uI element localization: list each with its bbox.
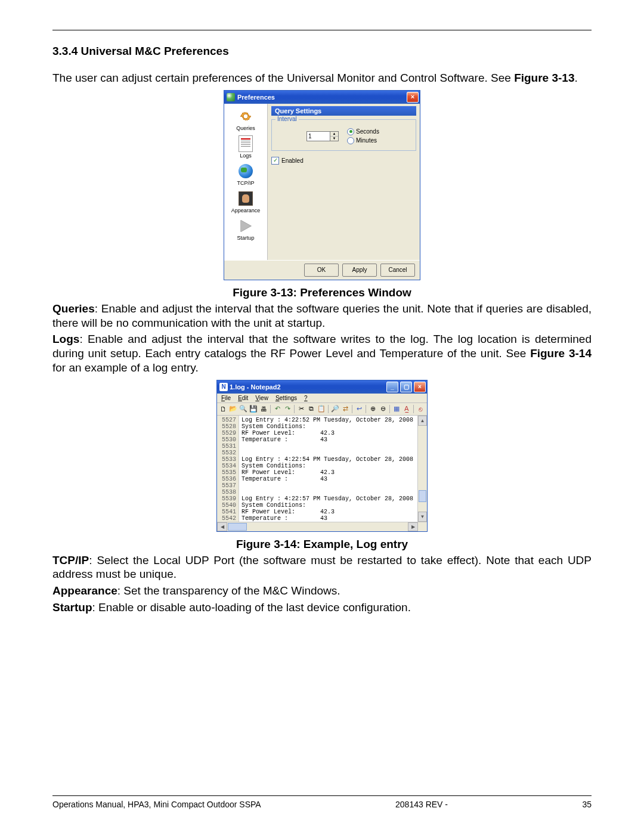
figure-2-caption: Figure 3-14: Example, Log entry: [52, 538, 592, 551]
startup-paragraph: Startup: Enable or disable auto-loading …: [52, 600, 592, 615]
tcpip-text: : Select the Local UDP Port (the softwar…: [52, 554, 592, 581]
minimize-button[interactable]: _: [386, 382, 398, 392]
copy-icon[interactable]: ⧉: [306, 404, 316, 414]
preferences-footer: OK Apply Cancel: [224, 260, 420, 280]
appearance-bold: Appearance: [52, 584, 117, 597]
logs-bold: Logs: [52, 333, 79, 345]
wordwrap-icon[interactable]: ↩: [354, 404, 364, 414]
intro-period: .: [575, 72, 578, 84]
undo-icon[interactable]: ↶: [273, 404, 282, 414]
sidebar-item-label: Logs: [240, 153, 252, 159]
apply-button[interactable]: Apply: [342, 264, 377, 277]
menu-help[interactable]: ?: [301, 394, 311, 402]
logs-paragraph: Logs: Enable and adjust the interval tha…: [52, 332, 592, 374]
browse-icon[interactable]: 🔍: [239, 404, 248, 414]
notepad-window: N 1.log - Notepad2 _ ▢ × File Edit View …: [216, 380, 428, 532]
vertical-scrollbar[interactable]: ▲ ▼: [417, 416, 427, 522]
exit-icon[interactable]: ⎋: [416, 404, 425, 414]
new-icon[interactable]: 🗋: [218, 404, 228, 414]
appearance-icon: [238, 191, 253, 206]
notepad-title: 1.log - Notepad2: [230, 383, 385, 391]
play-icon: [238, 218, 253, 234]
replace-icon[interactable]: ⇄: [340, 404, 350, 414]
sidebar-item-appearance[interactable]: Appearance: [224, 190, 267, 216]
radio-minutes[interactable]: [347, 137, 354, 144]
close-button[interactable]: ×: [407, 92, 419, 103]
sidebar-item-label: TCP/IP: [237, 180, 254, 186]
maximize-button[interactable]: ▢: [400, 382, 412, 392]
paste-icon[interactable]: 📋: [317, 404, 326, 414]
toolbar-separator: [328, 405, 329, 413]
menu-file[interactable]: File: [218, 394, 234, 402]
find-icon[interactable]: 🔎: [330, 404, 340, 414]
open-icon[interactable]: 📂: [228, 404, 238, 414]
scroll-down-icon[interactable]: ▼: [418, 512, 427, 522]
footer-right: 35: [582, 800, 592, 809]
sidebar-item-queries[interactable]: Queries: [224, 107, 267, 134]
sidebar-item-tcpip[interactable]: TCP/IP: [224, 162, 267, 188]
notepad-titlebar[interactable]: N 1.log - Notepad2 _ ▢ ×: [217, 380, 427, 394]
vertical-scroll-thumb[interactable]: [419, 490, 426, 502]
toolbar-separator: [366, 405, 366, 413]
interval-input[interactable]: [306, 131, 330, 141]
radio-seconds-row[interactable]: Seconds: [347, 128, 379, 135]
enabled-row[interactable]: ✓ Enabled: [271, 157, 416, 165]
notepad-text-area[interactable]: Log Entry : 4:22:52 PM Tuesday, October …: [239, 416, 417, 522]
scroll-corner: [418, 522, 427, 531]
print-icon[interactable]: 🖶: [259, 404, 268, 414]
page-footer: Operations Manual, HPA3, Mini Compact Ou…: [52, 795, 592, 809]
enabled-checkbox[interactable]: ✓: [271, 157, 279, 165]
menu-settings[interactable]: Settings: [273, 394, 300, 402]
sidebar-item-startup[interactable]: Startup: [224, 217, 267, 243]
interval-legend: Interval: [275, 116, 299, 122]
save-icon[interactable]: 💾: [249, 404, 258, 414]
menu-view[interactable]: View: [252, 394, 271, 402]
cancel-button[interactable]: Cancel: [380, 264, 415, 277]
startup-text: : Enable or disable auto-loading of the …: [92, 601, 411, 614]
style-icon[interactable]: A̲: [402, 404, 411, 414]
section-heading: 3.3.4 Universal M&C Preferences: [52, 45, 592, 58]
sidebar-item-label: Startup: [237, 235, 254, 241]
sidebar-item-logs[interactable]: Logs: [224, 135, 267, 161]
preferences-titlebar[interactable]: Preferences ×: [224, 91, 420, 104]
spinner-down-icon[interactable]: ▼: [330, 137, 338, 141]
scheme-icon[interactable]: ▦: [392, 404, 401, 414]
horizontal-scrollbar[interactable]: ◀ ▶: [217, 522, 427, 531]
intro-paragraph: The user can adjust certain preferences …: [52, 71, 592, 85]
app-icon: [227, 93, 235, 101]
interval-fieldset: Interval ▲ ▼: [271, 119, 416, 151]
notepad-app-icon: N: [219, 383, 228, 391]
notepad-line-gutter: 5527 5528 5529 5530 5531 5532 5533 5534 …: [217, 416, 239, 522]
interval-spinner[interactable]: ▲ ▼: [306, 131, 339, 141]
intro-fig-ref: Figure 3-13: [514, 72, 574, 84]
zoom-out-icon[interactable]: ⊖: [378, 404, 388, 414]
zoom-in-icon[interactable]: ⊕: [368, 404, 377, 414]
spinner-buttons[interactable]: ▲ ▼: [330, 131, 339, 141]
toolbar-separator: [270, 405, 271, 413]
queries-bold: Queries: [52, 302, 95, 315]
logs-tail: for an example of a log entry.: [52, 361, 199, 374]
preferences-window: Preferences × Queries Logs: [224, 90, 420, 280]
enabled-label: Enabled: [281, 157, 304, 164]
menu-edit[interactable]: Edit: [235, 394, 251, 402]
close-button[interactable]: ×: [414, 382, 426, 392]
figure-1-caption: Figure 3-13: Preferences Window: [52, 286, 592, 299]
horizontal-scroll-thumb[interactable]: [228, 523, 247, 531]
radio-minutes-row[interactable]: Minutes: [347, 137, 379, 144]
scroll-left-icon[interactable]: ◀: [217, 522, 227, 531]
logs-text: : Enable and adjust the interval that th…: [52, 333, 592, 360]
ok-button[interactable]: OK: [304, 264, 339, 277]
sidebar-item-label: Appearance: [231, 208, 261, 213]
radio-seconds-label: Seconds: [356, 128, 379, 135]
cut-icon[interactable]: ✂: [296, 404, 306, 414]
notepad-menubar: File Edit View Settings ?: [217, 394, 427, 403]
toolbar-separator: [352, 405, 352, 413]
queries-paragraph: Queries: Enable and adjust the interval …: [52, 302, 592, 330]
scroll-right-icon[interactable]: ▶: [408, 522, 418, 531]
appearance-text: : Set the transparency of the M&C Window…: [117, 584, 340, 597]
radio-seconds[interactable]: [347, 128, 354, 135]
spinner-up-icon[interactable]: ▲: [330, 132, 338, 137]
appearance-paragraph: Appearance: Set the transparency of the …: [52, 584, 592, 598]
redo-icon[interactable]: ↷: [283, 404, 292, 414]
query-settings-header: Query Settings: [271, 106, 416, 116]
